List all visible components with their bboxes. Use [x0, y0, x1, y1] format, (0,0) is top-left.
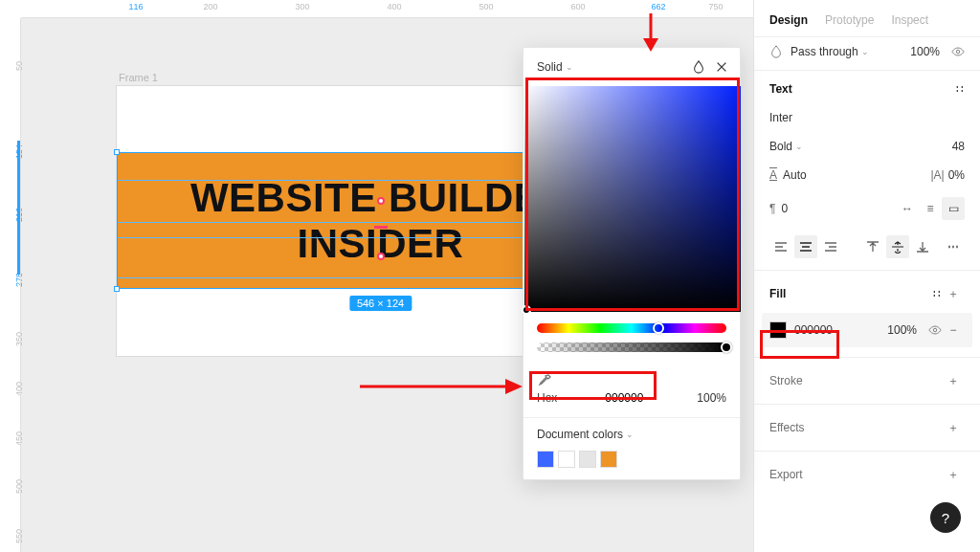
- tab-inspect[interactable]: Inspect: [891, 13, 928, 27]
- paragraph-spacing-input[interactable]: 0: [781, 202, 788, 215]
- add-fill-button[interactable]: ＋: [942, 282, 965, 305]
- align-top-icon[interactable]: [861, 235, 884, 258]
- center-mark-icon: [374, 226, 388, 229]
- font-weight-select[interactable]: Bold ⌄: [769, 140, 803, 153]
- hue-slider[interactable]: [537, 323, 726, 333]
- line-height-input[interactable]: Auto: [783, 168, 807, 182]
- blend-mode-select[interactable]: Pass through ⌄: [791, 45, 869, 58]
- align-left-icon[interactable]: [769, 235, 792, 258]
- fill-visibility-icon[interactable]: [928, 323, 942, 337]
- blend-drop-icon: [769, 45, 783, 58]
- close-icon[interactable]: [715, 60, 728, 74]
- fill-opacity[interactable]: 100%: [887, 323, 917, 337]
- font-size-input[interactable]: 48: [952, 140, 965, 153]
- selection-size-badge: 546 × 124: [349, 296, 412, 311]
- color-mode-select[interactable]: Solid ⌄: [537, 60, 573, 74]
- add-export-button[interactable]: ＋: [942, 463, 965, 486]
- annotation-arrow: [360, 376, 523, 401]
- fill-row[interactable]: 000000 100% −: [762, 313, 972, 347]
- effects-section-title: Effects: [769, 421, 804, 434]
- auto-height-icon[interactable]: ≡: [919, 197, 942, 220]
- layer-opacity-input[interactable]: 100%: [910, 45, 940, 58]
- more-type-options-icon[interactable]: ⋯: [942, 235, 965, 258]
- color-swatch[interactable]: [579, 451, 596, 468]
- fixed-size-icon[interactable]: ▭: [942, 197, 965, 220]
- blend-mode-icon[interactable]: [692, 60, 705, 74]
- remove-fill-button[interactable]: −: [942, 319, 965, 342]
- saturation-value-field[interactable]: [524, 86, 741, 312]
- paragraph-spacing-icon: ¶: [769, 202, 775, 215]
- alpha-input[interactable]: 100%: [697, 391, 726, 405]
- svg-marker-5: [505, 379, 523, 394]
- stroke-section-title: Stroke: [769, 374, 803, 387]
- align-right-icon[interactable]: [819, 235, 842, 258]
- style-icon[interactable]: ∷: [956, 82, 965, 96]
- eyedropper-icon[interactable]: [537, 373, 552, 388]
- align-center-icon[interactable]: [794, 235, 817, 258]
- fill-swatch[interactable]: [769, 321, 787, 339]
- tab-design[interactable]: Design: [769, 13, 808, 27]
- visibility-eye-icon[interactable]: [951, 45, 965, 58]
- svg-point-1: [933, 328, 937, 332]
- fill-section-title: Fill: [769, 287, 786, 300]
- add-stroke-button[interactable]: ＋: [942, 369, 965, 392]
- font-family-select[interactable]: Inter: [769, 111, 792, 124]
- hex-mode-select[interactable]: Hex⌄: [537, 391, 568, 405]
- hex-input[interactable]: [585, 390, 644, 406]
- annotation-arrow: [639, 13, 662, 55]
- svg-point-0: [956, 50, 960, 54]
- text-section-title: Text: [769, 82, 792, 96]
- letter-spacing-input[interactable]: 0%: [948, 168, 965, 182]
- letter-spacing-icon: |A|: [930, 168, 944, 182]
- color-swatch[interactable]: [558, 451, 575, 468]
- svg-marker-3: [643, 38, 658, 52]
- tab-prototype[interactable]: Prototype: [825, 13, 874, 27]
- align-bottom-icon[interactable]: [911, 235, 934, 258]
- color-swatch[interactable]: [537, 451, 554, 468]
- ruler-vertical: 50154216278350400450500550: [0, 18, 21, 552]
- align-middle-icon[interactable]: [886, 235, 909, 258]
- fill-style-icon[interactable]: ∷: [933, 287, 942, 300]
- fill-hex[interactable]: 000000: [794, 323, 833, 337]
- help-button[interactable]: ?: [930, 502, 961, 533]
- inspector-panel: Design Prototype Inspect Pass through ⌄ …: [753, 0, 980, 552]
- anchor-point-icon: [377, 253, 385, 260]
- auto-width-icon[interactable]: ↔: [896, 197, 919, 220]
- frame-label: Frame 1: [119, 72, 158, 83]
- export-section-title: Export: [769, 468, 803, 481]
- anchor-point-icon: [377, 197, 385, 205]
- line-height-icon: A: [769, 168, 777, 182]
- color-swatch[interactable]: [600, 451, 617, 468]
- color-picker: Solid ⌄ Hex⌄ 100% Document colors ⌄: [523, 47, 741, 480]
- add-effect-button[interactable]: ＋: [942, 416, 965, 439]
- alpha-slider[interactable]: [537, 342, 726, 352]
- document-colors-select[interactable]: Document colors ⌄: [537, 428, 634, 441]
